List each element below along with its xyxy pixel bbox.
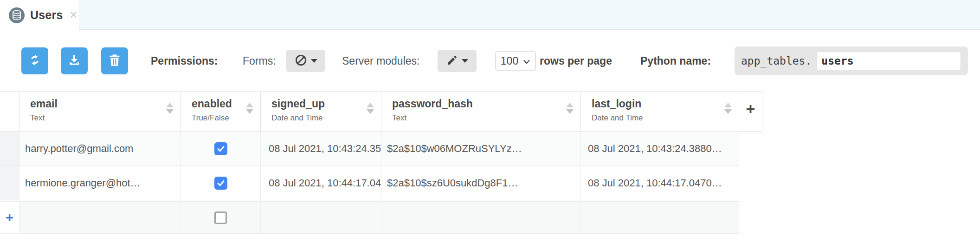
new-cell-enabled (181, 202, 261, 233)
row-gutter (0, 166, 19, 200)
python-name-input[interactable] (816, 52, 961, 70)
server-modules-label: Server modules: (342, 54, 419, 67)
tab-bar-empty-area (79, 0, 980, 30)
column-header-last-login[interactable]: last_login Date and Time (581, 92, 739, 131)
row-gutter (0, 132, 19, 165)
refresh-icon (28, 53, 42, 68)
caret-down-icon (311, 59, 317, 63)
cell-last-login[interactable]: 08 Jul 2021, 10:43:24.3880… (581, 132, 739, 165)
cell-email[interactable]: harry.potter@gmail.com (19, 132, 181, 165)
database-icon (9, 7, 25, 23)
chevron-down-icon (523, 54, 530, 67)
tab-bar: Users × (0, 0, 980, 30)
checkbox-unchecked[interactable] (214, 212, 227, 224)
column-header-signed-up[interactable]: signed_up Date and Time (261, 92, 381, 131)
tab-close-icon[interactable]: × (70, 9, 77, 21)
download-icon (68, 53, 81, 68)
python-name-box: app_tables. (735, 46, 968, 75)
cell-signed-up[interactable]: 08 Jul 2021, 10:44:17.0420… (261, 166, 381, 200)
forms-label: Forms: (243, 54, 276, 67)
column-name: signed_up (271, 98, 381, 110)
cell-enabled (181, 132, 261, 165)
cell-password-hash[interactable]: $2a$10$sz6U0sukdDg8F1… (381, 166, 581, 200)
checkbox-checked[interactable] (214, 177, 227, 190)
table-row: hermione.granger@hot… 08 Jul 2021, 10:44… (0, 166, 739, 200)
rows-per-page-select[interactable]: 100 (495, 51, 536, 71)
caret-down-icon (462, 59, 468, 63)
toolbar: Permissions: Forms: Server modules: 100 (0, 30, 980, 91)
cell-email[interactable]: hermione.granger@hot… (19, 166, 181, 200)
sort-toggle-icon[interactable] (724, 103, 732, 114)
column-type: Text (392, 113, 580, 123)
new-cell-last-login[interactable] (581, 202, 739, 233)
tab-users[interactable]: Users × (0, 0, 79, 30)
tab-label: Users (30, 8, 63, 22)
python-name-prefix: app_tables. (741, 55, 812, 67)
new-cell-password-hash[interactable] (381, 202, 581, 233)
sort-toggle-icon[interactable] (566, 103, 574, 114)
pencil-icon (446, 54, 458, 67)
cell-last-login[interactable]: 08 Jul 2021, 10:44:17.0470… (581, 166, 739, 200)
column-name: last_login (592, 98, 739, 110)
new-row: + (0, 201, 739, 234)
table-header-row: email Text enabled True/False signed_up … (0, 91, 762, 132)
cell-password-hash[interactable]: $2a$10$w06MOZRuSYLYz… (381, 132, 581, 165)
column-type: Text (30, 113, 181, 123)
permissions-label: Permissions: (151, 54, 218, 67)
new-cell-signed-up[interactable] (261, 202, 381, 233)
column-name: password_hash (392, 98, 580, 110)
add-row-button[interactable]: + (0, 202, 19, 233)
python-name-label: Python name: (640, 54, 711, 67)
header-gutter (0, 92, 19, 131)
column-header-password-hash[interactable]: password_hash Text (381, 92, 581, 131)
column-type: True/False (192, 113, 260, 123)
checkbox-checked[interactable] (214, 142, 227, 155)
refresh-button[interactable] (21, 47, 48, 74)
forms-permission-dropdown[interactable] (286, 50, 325, 72)
sort-toggle-icon[interactable] (367, 103, 374, 114)
table-row: harry.potter@gmail.com 08 Jul 2021, 10:4… (0, 132, 739, 166)
ban-icon (295, 54, 307, 68)
server-modules-permission-dropdown[interactable] (438, 50, 477, 72)
column-type: Date and Time (592, 113, 739, 123)
column-name: email (30, 98, 181, 110)
download-button[interactable] (61, 47, 88, 74)
sort-toggle-icon[interactable] (166, 103, 174, 114)
add-column-button[interactable]: + (739, 92, 762, 131)
datatable-editor: Users × (0, 0, 980, 238)
column-header-enabled[interactable]: enabled True/False (181, 92, 261, 131)
column-header-email[interactable]: email Text (19, 92, 181, 131)
cell-signed-up[interactable]: 08 Jul 2021, 10:43:24.3570… (261, 132, 381, 165)
rows-per-page-label: rows per page (540, 54, 612, 67)
rows-per-page-value: 100 (501, 54, 518, 67)
delete-table-button[interactable] (101, 47, 128, 74)
cell-enabled (181, 166, 261, 200)
trash-icon (109, 53, 121, 68)
sort-toggle-icon[interactable] (246, 103, 253, 114)
column-type: Date and Time (271, 113, 381, 123)
new-cell-email[interactable] (19, 202, 181, 233)
